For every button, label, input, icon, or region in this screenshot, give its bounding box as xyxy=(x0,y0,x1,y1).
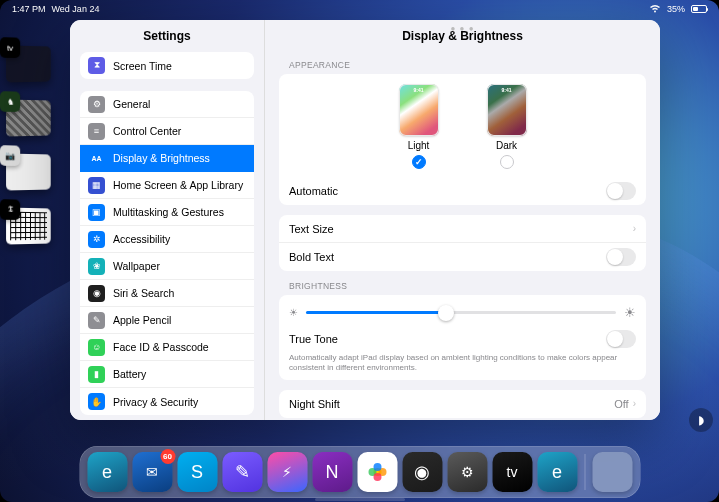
night-shift-panel: Night Shift Off› xyxy=(279,390,646,418)
section-label-brightness: BRIGHTNESS xyxy=(289,281,646,291)
settings-window: Settings ⧗Screen Time⚙︎General≡Control C… xyxy=(70,20,660,420)
sidebar-item-label: Multitasking & Gestures xyxy=(113,206,224,218)
sidebar-item-siri-search[interactable]: ◉Siri & Search xyxy=(80,280,254,307)
dock: e✉︎60S✎⚡︎N◉⚙︎tve xyxy=(79,446,640,498)
wallpaper-icon: ❀ xyxy=(88,258,105,275)
settings-sidebar: Settings ⧗Screen Time⚙︎General≡Control C… xyxy=(70,20,265,420)
sidebar-item-privacy-security[interactable]: ✋Privacy & Security xyxy=(80,388,254,415)
status-bar: 1:47 PM Wed Jan 24 35% xyxy=(0,2,719,16)
dark-preview: 9:41 xyxy=(487,84,527,136)
true-tone-switch[interactable] xyxy=(606,330,636,348)
sidebar-item-wallpaper[interactable]: ❀Wallpaper xyxy=(80,253,254,280)
sidebar-item-label: Screen Time xyxy=(113,60,172,72)
sidebar-item-label: Battery xyxy=(113,368,146,380)
stage-thumbnail[interactable]: ♞ xyxy=(6,99,51,136)
night-shift-row[interactable]: Night Shift Off› xyxy=(279,390,646,418)
stage-manager: tv ♞ 📷 𝕿 xyxy=(6,46,58,244)
text-size-row[interactable]: Text Size › xyxy=(279,215,646,243)
pencil-icon: ✎ xyxy=(88,312,105,329)
sidebar-item-control-center[interactable]: ≡Control Center xyxy=(80,118,254,145)
sidebar-item-label: Control Center xyxy=(113,125,181,137)
sidebar-item-face-id-passcode[interactable]: ☺︎Face ID & Passcode xyxy=(80,334,254,361)
text-size-icon: AA xyxy=(88,150,105,167)
sidebar-item-label: Home Screen & App Library xyxy=(113,179,243,191)
dock-app-edge[interactable]: e xyxy=(87,452,127,492)
sun-max-icon: ☀︎ xyxy=(624,305,636,320)
sidebar-item-label: General xyxy=(113,98,150,110)
stage-thumbnail[interactable]: 📷 xyxy=(6,153,51,190)
faceid-icon: ☺︎ xyxy=(88,339,105,356)
sidebar-item-screen-time[interactable]: ⧗Screen Time xyxy=(80,52,254,79)
siri-icon: ◉ xyxy=(88,285,105,302)
appearance-option-dark[interactable]: 9:41 Dark xyxy=(487,84,527,169)
radio-light[interactable] xyxy=(412,155,426,169)
chevron-right-icon: › xyxy=(633,398,636,409)
true-tone-label: True Tone xyxy=(289,333,338,345)
automatic-switch[interactable] xyxy=(606,182,636,200)
dock-app-outlook[interactable]: ✉︎60 xyxy=(132,452,172,492)
sidebar-item-battery[interactable]: ▮Battery xyxy=(80,361,254,388)
wifi-icon xyxy=(649,4,661,15)
hourglass-icon: ⧗ xyxy=(88,57,105,74)
appearance-option-light[interactable]: 9:41 Light xyxy=(399,84,439,169)
bold-text-switch[interactable] xyxy=(606,248,636,266)
dock-app-messenger[interactable]: ⚡︎ xyxy=(267,452,307,492)
sun-min-icon: ☀︎ xyxy=(289,307,298,318)
sidebar-item-home-screen-app-library[interactable]: ▦Home Screen & App Library xyxy=(80,172,254,199)
text-size-label: Text Size xyxy=(289,223,334,235)
dock-app-photos[interactable] xyxy=(357,452,397,492)
light-label: Light xyxy=(408,140,430,151)
true-tone-row: True Tone Automatically adapt iPad displ… xyxy=(279,330,646,380)
true-tone-description: Automatically adapt iPad display based o… xyxy=(289,348,636,374)
sidebar-item-accessibility[interactable]: ✲Accessibility xyxy=(80,226,254,253)
chevron-right-icon: › xyxy=(633,223,636,234)
bold-text-label: Bold Text xyxy=(289,251,334,263)
sidebar-item-display-brightness[interactable]: AADisplay & Brightness xyxy=(80,145,254,172)
dock-separator xyxy=(584,454,585,490)
window-title: Settings xyxy=(143,29,190,43)
accessibility-icon: ✲ xyxy=(88,231,105,248)
battery-icon: ▮ xyxy=(88,366,105,383)
appletv-icon: tv xyxy=(0,37,20,58)
sidebar-item-multitasking-gestures[interactable]: ▣Multitasking & Gestures xyxy=(80,199,254,226)
badge: 60 xyxy=(160,449,175,464)
window-grabber-icon[interactable]: ● ● ● xyxy=(451,24,475,33)
stage-thumbnail[interactable]: 𝕿 xyxy=(6,207,51,244)
sidebar-item-label: Apple Pencil xyxy=(113,314,171,326)
quick-note-corner[interactable]: ◗ xyxy=(689,408,713,432)
appearance-panel: 9:41 Light 9:41 Dark Automatic xyxy=(279,74,646,205)
section-label-appearance: APPEARANCE xyxy=(289,60,646,70)
dock-app-appletv[interactable]: tv xyxy=(492,452,532,492)
stage-thumbnail[interactable]: tv xyxy=(6,45,51,82)
brightness-panel: ☀︎ ☀︎ True Tone Automatically adapt iPad… xyxy=(279,295,646,380)
bold-text-row: Bold Text xyxy=(279,243,646,271)
settings-content: ● ● ● Display & Brightness APPEARANCE 9:… xyxy=(265,20,660,420)
switches-icon: ≡ xyxy=(88,123,105,140)
sidebar-item-label: Siri & Search xyxy=(113,287,174,299)
text-panel: Text Size › Bold Text xyxy=(279,215,646,271)
sidebar-item-label: Accessibility xyxy=(113,233,170,245)
night-shift-label: Night Shift xyxy=(289,398,340,410)
hand-icon: ✋ xyxy=(88,393,105,410)
dock-app-goodnotes[interactable]: ✎ xyxy=(222,452,262,492)
brightness-slider[interactable] xyxy=(306,311,616,314)
dock-app-edge2[interactable]: e xyxy=(537,452,577,492)
battery-icon xyxy=(691,5,707,13)
dock-app-skype[interactable]: S xyxy=(177,452,217,492)
dock-recents-folder[interactable] xyxy=(592,452,632,492)
home-indicator[interactable] xyxy=(315,498,405,501)
dock-app-onenote[interactable]: N xyxy=(312,452,352,492)
dock-app-settings[interactable]: ⚙︎ xyxy=(447,452,487,492)
grid-icon: ▦ xyxy=(88,177,105,194)
slider-knob[interactable] xyxy=(438,305,454,321)
nyt-icon: 𝕿 xyxy=(0,199,20,220)
automatic-label: Automatic xyxy=(289,185,338,197)
dock-app-camera[interactable]: ◉ xyxy=(402,452,442,492)
sidebar-item-apple-pencil[interactable]: ✎Apple Pencil xyxy=(80,307,254,334)
sidebar-item-general[interactable]: ⚙︎General xyxy=(80,91,254,118)
light-preview: 9:41 xyxy=(399,84,439,136)
sidebar-item-label: Display & Brightness xyxy=(113,152,210,164)
automatic-row: Automatic xyxy=(279,177,646,205)
radio-dark[interactable] xyxy=(500,155,514,169)
sidebar-item-label: Wallpaper xyxy=(113,260,160,272)
